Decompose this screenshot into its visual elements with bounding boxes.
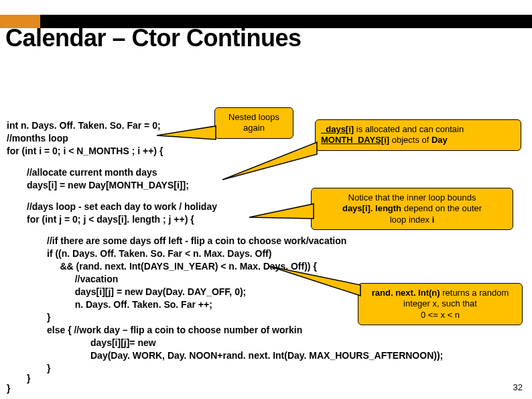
callout-bold: i: [432, 215, 435, 225]
slide: Calendar – Ctor Continues int n. Days. O…: [0, 0, 532, 399]
code-line-6: //days loop - set each day to work / hol…: [27, 201, 217, 213]
code-line-7: for (int j = 0; j < days[i]. length ; j …: [27, 213, 194, 226]
callout-text: depend on the outer: [401, 203, 482, 213]
code-line-13: n. Days. Off. Taken. So. Far ++;: [67, 298, 212, 311]
callout-text: 0 <= x < n: [421, 310, 460, 320]
code-line-8: //if there are some days off left - flip…: [47, 235, 346, 247]
callout-pointer-icon: [268, 265, 362, 297]
svg-marker-3: [269, 266, 360, 296]
callout-days-allocated: _days[i] is allocated and can contain MO…: [315, 119, 521, 151]
code-line-5: days[i] = new Day[MONTH_DAYS[i]];: [27, 179, 189, 192]
slide-title: Calendar – Ctor Continues: [5, 24, 302, 52]
callout-text: loop index: [390, 215, 432, 225]
svg-marker-0: [157, 126, 216, 139]
code-line-20: }: [7, 382, 10, 395]
callout-text: Notice that the inner loop bounds: [348, 192, 476, 203]
callout-bold: _days[i]: [321, 124, 354, 134]
code-line-18: }: [47, 362, 50, 375]
code-line-3: for (int i = 0; i < N_MONTHS ; i ++) {: [7, 145, 163, 158]
code-line-14: }: [47, 311, 50, 324]
code-line-2: //months loop: [7, 132, 68, 145]
callout-pointer-icon: [155, 125, 217, 142]
code-line-9: if ((n. Days. Off. Taken. So. Far < n. M…: [47, 247, 271, 260]
callout-underline: _days[i]: [321, 124, 354, 134]
callout-text: Nested loops again: [228, 112, 279, 133]
code-line-1: int n. Days. Off. Taken. So. Far = 0;: [7, 119, 161, 132]
code-line-12: days[i][j] = new Day(Day. DAY_OFF, 0);: [67, 286, 246, 298]
code-line-19: }: [27, 372, 30, 385]
code-line-4: //allocate current month days: [27, 166, 157, 179]
callout-rand-nextint: rand. next. Int(n) returns a random inte…: [358, 283, 523, 325]
callout-inner-loop: Notice that the inner loop bounds days[i…: [311, 188, 513, 230]
callout-bold: rand. next. Int(n): [372, 288, 440, 298]
svg-marker-1: [222, 142, 317, 180]
callout-nested-loops: Nested loops again: [214, 107, 293, 139]
callout-bold: MONTH_DAYS[i]: [321, 135, 389, 145]
callout-bold: Day: [431, 135, 448, 145]
code-line-17: Day(Day. WORK, Day. NOON+rand. next. Int…: [67, 349, 443, 362]
code-line-11: //vacation: [67, 273, 118, 286]
code-line-15: else { //work day – flip a coin to choos…: [47, 324, 302, 337]
callout-text: is allocated and can contain: [354, 124, 464, 134]
page-number: 32: [513, 382, 523, 392]
callout-text: integer x, such that: [403, 298, 477, 308]
callout-underline: MONTH_DAYS[i]: [321, 135, 389, 145]
callout-text: returns a random: [440, 288, 509, 298]
callout-pointer-icon: [221, 141, 318, 181]
callout-pointer-icon: [248, 203, 315, 223]
callout-bold: days[i]. length: [342, 203, 401, 213]
callout-text: objects of: [389, 135, 431, 145]
code-line-16: days[i][j]= new: [67, 337, 156, 349]
svg-marker-2: [249, 204, 314, 219]
